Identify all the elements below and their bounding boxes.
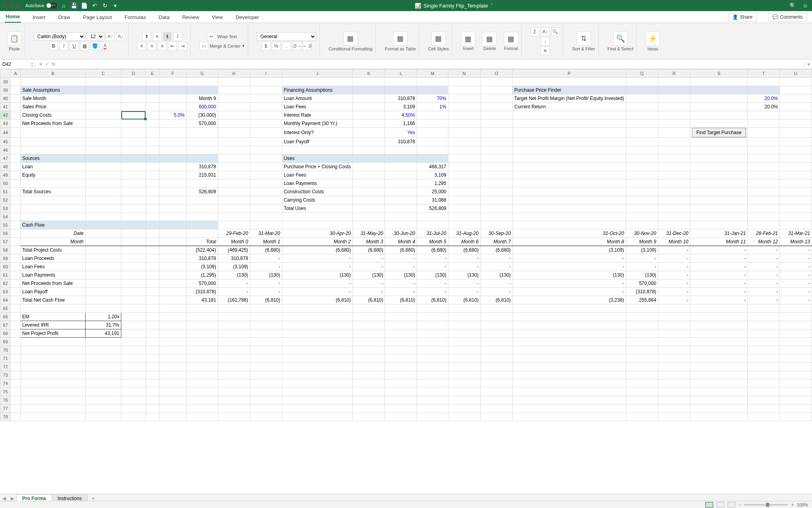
find-icon[interactable]: 🔍: [551, 27, 560, 36]
sheet-nav-next-icon[interactable]: ▶: [8, 496, 17, 501]
wrap-text-icon[interactable]: ↩: [207, 32, 216, 41]
comments-button[interactable]: 💬 Comments: [768, 13, 807, 21]
view-break-icon[interactable]: [728, 502, 735, 508]
tab-view[interactable]: View: [211, 12, 224, 23]
ribbon-tabs: Home Insert Draw Page Layout Formulas Da…: [0, 11, 812, 23]
zoom-in-button[interactable]: +: [791, 502, 793, 507]
name-box[interactable]: D42▴▾: [0, 62, 36, 67]
share-button[interactable]: 👤 Share: [728, 13, 757, 21]
doc-icon: 📊: [415, 3, 421, 9]
zoom-out-button[interactable]: −: [739, 502, 741, 507]
borders-button[interactable]: ▦: [80, 42, 89, 50]
cond-format-button[interactable]: ▦: [343, 31, 358, 46]
confirm-fx-icon[interactable]: ✓: [45, 62, 49, 67]
ideas-button[interactable]: ⚡: [645, 31, 660, 46]
tab-data[interactable]: Data: [158, 12, 170, 23]
fx-icon[interactable]: fx: [52, 62, 55, 67]
cancel-fx-icon[interactable]: ✕: [39, 62, 43, 67]
tab-page-layout[interactable]: Page Layout: [82, 12, 113, 23]
ribbon-toolbar: 📋Paste Calibri (Body)12A↑A↓ BIU▦🪣A ⬆≡⬇⤴ …: [0, 23, 812, 60]
tab-developer[interactable]: Developer: [235, 12, 260, 23]
format-table-button[interactable]: ▦: [393, 31, 408, 46]
align-center-icon[interactable]: ≡: [147, 42, 156, 50]
account-icon[interactable]: ☺: [802, 2, 809, 9]
fill-icon[interactable]: ↓: [541, 37, 550, 46]
italic-button[interactable]: I: [59, 42, 68, 50]
status-bar: − + 100%: [0, 501, 812, 508]
home-icon[interactable]: ⌂: [60, 2, 67, 9]
font-name-select[interactable]: Calibri (Body): [34, 32, 85, 41]
align-mid-icon[interactable]: ≡: [153, 32, 161, 41]
expand-formula-icon[interactable]: ▾: [804, 62, 812, 67]
save-icon[interactable]: 💾: [71, 2, 78, 9]
fill-color-button[interactable]: 🪣: [90, 42, 99, 50]
view-normal-icon[interactable]: [705, 502, 713, 508]
zoom-level[interactable]: 100%: [797, 502, 808, 507]
tab-home[interactable]: Home: [5, 11, 21, 23]
find-target-purchase-button[interactable]: Find Target Purchase: [692, 128, 746, 137]
indent-inc-icon[interactable]: ⇥: [178, 42, 187, 50]
share-doc-icon[interactable]: 📄: [81, 2, 88, 9]
format-cells-button[interactable]: ▦: [504, 32, 518, 46]
title-chevron-icon[interactable]: ˅: [490, 3, 493, 9]
view-layout-icon[interactable]: [716, 502, 724, 508]
sort-az-icon[interactable]: A↓: [541, 27, 550, 36]
add-sheet-button[interactable]: +: [88, 496, 98, 501]
bold-button[interactable]: B: [49, 42, 58, 50]
tab-insert[interactable]: Insert: [32, 12, 46, 23]
autosum-icon[interactable]: Σ: [530, 27, 539, 36]
font-color-button[interactable]: A: [101, 42, 109, 50]
sort-filter-button[interactable]: ⇅: [576, 31, 591, 46]
align-top-icon[interactable]: ⬆: [142, 32, 151, 41]
doc-title: Single Family Flip_Template: [423, 3, 488, 9]
title-bar: AutoSaveOFF ⌂ 💾 📄 ↶ ↻ ▾ 📊Single Family F…: [0, 0, 812, 11]
zoom-slider[interactable]: [744, 504, 788, 506]
search-icon[interactable]: 🔍: [789, 2, 796, 9]
cell-styles-button[interactable]: ▦: [431, 31, 446, 46]
tab-formulas[interactable]: Formulas: [124, 12, 147, 23]
clear-icon[interactable]: ✕: [541, 46, 550, 55]
insert-cells-button[interactable]: ▦: [461, 32, 475, 46]
increase-font-icon[interactable]: A↑: [106, 32, 115, 41]
percent-icon[interactable]: %: [272, 42, 281, 50]
font-size-select[interactable]: 12: [87, 32, 104, 41]
paste-button[interactable]: 📋: [7, 31, 21, 46]
spreadsheet-grid[interactable]: ABCDEFGHIJKLMNOPQRSTU3839Sale Assumption…: [0, 69, 812, 495]
comma-icon[interactable]: ,: [282, 42, 291, 50]
redo-icon[interactable]: ↻: [102, 2, 109, 9]
number-format-select[interactable]: General: [257, 32, 316, 41]
align-left-icon[interactable]: ≡: [137, 42, 146, 50]
tab-draw[interactable]: Draw: [57, 12, 71, 23]
orientation-icon[interactable]: ⤴: [173, 32, 182, 41]
decrease-font-icon[interactable]: A↓: [116, 32, 125, 41]
delete-cells-button[interactable]: ▦: [483, 32, 497, 46]
undo-icon[interactable]: ↶: [91, 2, 98, 9]
dec-decimal-icon[interactable]: ←.0: [303, 42, 312, 50]
formula-bar: D42▴▾ ✕✓fx ▾: [0, 60, 812, 69]
currency-icon[interactable]: $: [262, 42, 270, 50]
window-controls[interactable]: [3, 4, 20, 8]
sheet-nav-prev-icon[interactable]: ◀: [0, 496, 8, 501]
find-select-button[interactable]: 🔍: [613, 31, 628, 46]
autosave-toggle[interactable]: AutoSaveOFF: [25, 3, 57, 8]
align-right-icon[interactable]: ≡: [158, 42, 167, 50]
more-icon[interactable]: ▾: [112, 2, 119, 9]
inc-decimal-icon[interactable]: .0→: [293, 42, 301, 50]
merge-icon[interactable]: ▭: [199, 42, 208, 50]
indent-dec-icon[interactable]: ⇤: [168, 42, 177, 50]
tab-review[interactable]: Review: [182, 12, 200, 23]
underline-button[interactable]: U: [70, 42, 79, 50]
align-bot-icon[interactable]: ⬇: [163, 32, 172, 41]
